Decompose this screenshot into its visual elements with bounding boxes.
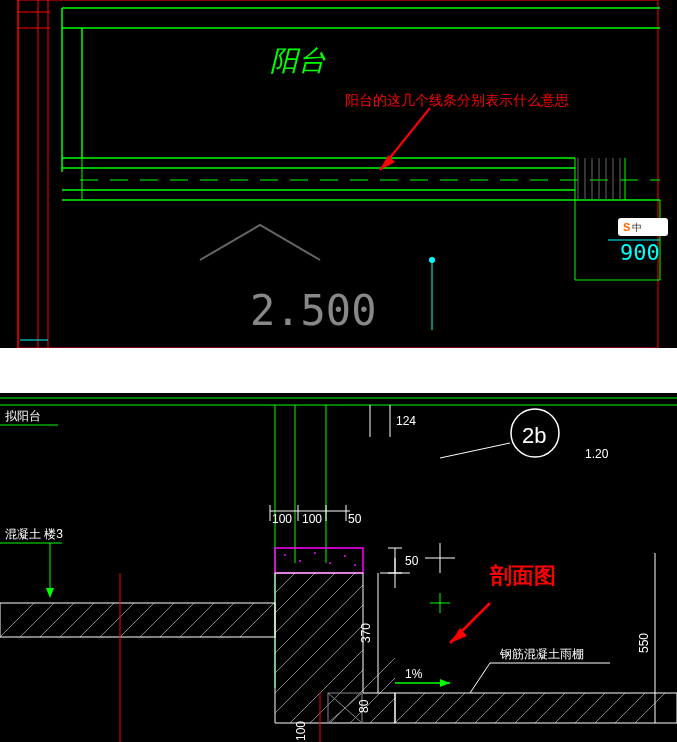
concrete-hatch-horizontal	[0, 603, 275, 637]
svg-line-83	[275, 573, 355, 653]
svg-line-87	[290, 650, 363, 723]
svg-line-86	[275, 625, 363, 713]
annotation-arrow-icon	[450, 603, 490, 643]
svg-point-56	[329, 562, 331, 564]
svg-line-73	[120, 603, 154, 637]
svg-line-74	[140, 603, 174, 637]
svg-point-54	[299, 560, 301, 562]
svg-point-53	[284, 554, 286, 556]
svg-line-98	[495, 693, 525, 723]
svg-line-114	[470, 663, 490, 693]
svg-line-68	[20, 603, 54, 637]
dim-370: 370	[359, 623, 373, 643]
svg-rect-92	[395, 693, 677, 723]
svg-line-101	[555, 693, 585, 723]
room-label: 阳台	[270, 45, 326, 76]
svg-line-43	[440, 443, 510, 458]
svg-point-57	[344, 555, 346, 557]
svg-point-58	[354, 564, 356, 566]
svg-line-96	[455, 693, 485, 723]
section-annotation: 剖面图	[489, 563, 556, 588]
triangle-icon	[200, 225, 320, 260]
svg-line-76	[180, 603, 214, 637]
svg-line-81	[275, 573, 315, 613]
svg-marker-46	[46, 588, 54, 598]
svg-marker-112	[440, 679, 450, 687]
svg-rect-52	[275, 548, 363, 573]
svg-line-78	[220, 603, 254, 637]
dim-124: 124	[396, 414, 416, 428]
cad-viewport-2[interactable]: 拟阳台 124 2b 1.20 混凝土 楼3 100 100 50	[0, 393, 677, 742]
svg-line-80	[275, 573, 295, 593]
cad-drawing-1: 900 阳台 阳台的这几个线条分别表示什么意思 2.500 S 中	[0, 0, 677, 348]
annotation-arrow-icon	[380, 108, 430, 170]
slope-label: 1%	[405, 667, 423, 681]
svg-line-67	[0, 603, 34, 637]
dim-50b: 50	[405, 554, 419, 568]
callout-number: 2b	[522, 423, 546, 448]
callout-scale: 1.20	[585, 447, 609, 461]
dim-80: 80	[357, 699, 371, 713]
svg-point-29	[429, 257, 435, 263]
svg-line-75	[160, 603, 194, 637]
svg-line-91	[370, 698, 395, 723]
svg-line-104	[615, 693, 645, 723]
annotation-text: 阳台的这几个线条分别表示什么意思	[345, 92, 569, 108]
svg-rect-66	[0, 603, 275, 637]
dim-100b: 100	[302, 512, 322, 526]
dimension-900: 900	[620, 240, 660, 265]
svg-line-79	[240, 603, 274, 637]
svg-line-99	[515, 693, 545, 723]
svg-line-93	[395, 693, 425, 723]
svg-line-70	[60, 603, 94, 637]
cad-drawing-2: 拟阳台 124 2b 1.20 混凝土 楼3 100 100 50	[0, 393, 677, 742]
svg-line-69	[40, 603, 74, 637]
svg-line-94	[415, 693, 445, 723]
material-label: 混凝土 楼3	[5, 527, 63, 541]
svg-text:中: 中	[632, 222, 642, 233]
svg-text:S: S	[623, 221, 630, 233]
svg-line-95	[435, 693, 465, 723]
svg-point-55	[314, 552, 316, 554]
dim-100c: 100	[294, 721, 308, 741]
cad-viewport-1[interactable]: 900 阳台 阳台的这几个线条分别表示什么意思 2.500 S 中	[0, 0, 677, 348]
svg-line-85	[275, 605, 363, 693]
svg-line-82	[275, 573, 335, 633]
svg-line-102	[575, 693, 605, 723]
balcony-label: 拟阳台	[5, 409, 41, 423]
rain-shed-hatch	[395, 693, 677, 723]
svg-line-71	[80, 603, 114, 637]
dimension-horizontal: 2.500	[250, 286, 376, 335]
dim-100a: 100	[272, 512, 292, 526]
svg-line-103	[595, 693, 625, 723]
rain-shed-label: 钢筋混凝土雨棚	[499, 647, 584, 661]
svg-line-97	[475, 693, 505, 723]
svg-line-105	[635, 693, 665, 723]
dim-550: 550	[637, 633, 651, 653]
svg-line-77	[200, 603, 234, 637]
svg-line-100	[535, 693, 565, 723]
svg-line-72	[100, 603, 134, 637]
dim-50: 50	[348, 512, 362, 526]
svg-line-84	[275, 585, 363, 673]
concrete-hatch-vertical	[275, 573, 395, 723]
